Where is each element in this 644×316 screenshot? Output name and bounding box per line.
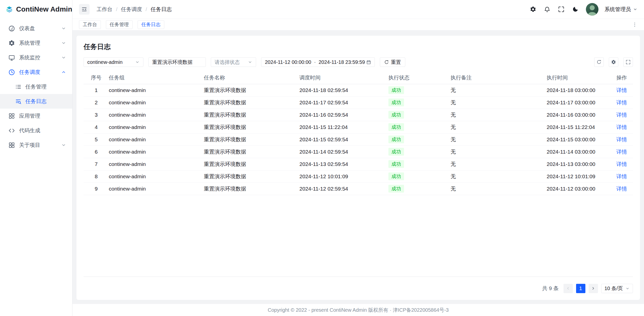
sidebar-item-label: 系统监控 (19, 54, 57, 61)
cell-exec-time: 2024-11-16 03:00:00 (547, 109, 610, 121)
menu-collapse-button[interactable] (79, 4, 90, 15)
sidebar-item-about-project[interactable]: 关于项目 (0, 138, 72, 152)
tab-label: 工作台 (83, 21, 97, 28)
pagination: 共 9 条 1 10 条/页 (76, 277, 640, 300)
cell-index: 6 (84, 146, 109, 158)
page-size-value: 10 条/页 (605, 285, 623, 292)
tab-task-management[interactable]: 任务管理 (106, 20, 133, 29)
table-row: 6 continew-admin 重置演示环境数据 2024-11-14 02:… (84, 146, 633, 158)
tab-label: 任务管理 (110, 21, 129, 28)
cell-schedule-time: 2024-11-18 02:59:54 (299, 84, 388, 96)
avatar[interactable] (586, 3, 598, 16)
pagination-prev-button[interactable] (564, 284, 573, 293)
sidebar-item-app-management[interactable]: 应用管理 (0, 109, 72, 123)
table-refresh-button[interactable] (594, 57, 604, 67)
pagination-page-1[interactable]: 1 (576, 284, 585, 293)
pagination-next-button[interactable] (589, 284, 598, 293)
sidebar-item-code-generation[interactable]: 代码生成 (0, 123, 72, 138)
cell-exec-time: 2024-11-13 03:00:00 (547, 158, 610, 170)
cell-name: 重置演示环境数据 (204, 146, 299, 158)
detail-link[interactable]: 详情 (616, 100, 627, 105)
user-name: 系统管理员 (605, 6, 631, 13)
cell-action: 详情 (610, 133, 633, 146)
sidebar-item-task-schedule[interactable]: 任务调度 (0, 65, 72, 79)
detail-link[interactable]: 详情 (616, 186, 627, 192)
cell-group: continew-admin (109, 133, 204, 146)
table-settings-button[interactable] (609, 57, 618, 67)
cell-remark: 无 (451, 158, 547, 170)
sidebar-item-task-log[interactable]: 任务日志 (0, 94, 72, 109)
app-title: ContiNew Admin (16, 5, 72, 13)
fullscreen-button[interactable] (556, 4, 567, 15)
more-vertical-icon (632, 22, 637, 27)
settings-button[interactable] (528, 4, 539, 15)
table-row: 4 continew-admin 重置演示环境数据 2024-11-15 11:… (84, 121, 633, 133)
status-badge: 成功 (388, 99, 404, 106)
sidebar-item-system-management[interactable]: 系统管理 (0, 36, 72, 50)
detail-link[interactable]: 详情 (616, 149, 627, 155)
chevron-down-icon (135, 60, 140, 64)
task-log-card: 任务日志 continew-admin 请选择状态 2024-11-12 00:… (76, 36, 640, 300)
sidebar-item-task-management[interactable]: 任务管理 (0, 79, 72, 94)
page-title: 任务日志 (76, 36, 640, 51)
sidebar-item-dashboard[interactable]: 仪表盘 (0, 21, 72, 36)
detail-link[interactable]: 详情 (616, 173, 627, 179)
breadcrumb-item-current: 任务日志 (151, 6, 172, 13)
cell-action: 详情 (610, 183, 633, 195)
cell-name: 重置演示环境数据 (204, 96, 299, 109)
theme-toggle-button[interactable] (570, 4, 581, 15)
gear-icon (8, 40, 15, 47)
chevron-down-icon (61, 40, 66, 46)
status-select[interactable]: 请选择状态 (211, 57, 256, 67)
content-area: 任务日志 continew-admin 请选择状态 2024-11-12 00:… (72, 30, 644, 304)
chevron-down-icon (633, 7, 637, 12)
breadcrumb-item[interactable]: 工作台 (97, 6, 112, 13)
task-name-input[interactable] (148, 57, 206, 67)
cell-name: 重置演示环境数据 (204, 84, 299, 96)
tab-more-button[interactable] (632, 22, 637, 27)
col-header-status: 执行状态 (388, 71, 451, 84)
reset-button[interactable]: 重置 (380, 57, 405, 67)
cell-status: 成功 (388, 121, 451, 133)
cell-schedule-time: 2024-11-14 02:59:54 (299, 146, 388, 158)
sidebar-item-label: 关于项目 (19, 142, 57, 149)
sidebar-item-system-monitor[interactable]: 系统监控 (0, 50, 72, 65)
table-row: 8 continew-admin 重置演示环境数据 2024-11-12 10:… (84, 170, 633, 183)
cell-index: 9 (84, 183, 109, 195)
chevron-right-icon (591, 286, 595, 291)
col-header-action: 操作 (610, 71, 633, 84)
task-group-select[interactable]: continew-admin (84, 57, 143, 67)
detail-link[interactable]: 详情 (616, 124, 627, 130)
cell-remark: 无 (451, 109, 547, 121)
notification-button[interactable] (542, 4, 553, 15)
status-badge: 成功 (388, 172, 404, 180)
col-header-schedule-time: 调度时间 (299, 71, 388, 84)
cell-group: continew-admin (109, 96, 204, 109)
date-end-value: 2024-11-18 23:59:59 (318, 59, 365, 65)
detail-link[interactable]: 详情 (616, 161, 627, 167)
detail-link[interactable]: 详情 (616, 137, 627, 142)
table-row: 1 continew-admin 重置演示环境数据 2024-11-18 02:… (84, 84, 633, 96)
sidebar-item-label: 应用管理 (19, 112, 66, 119)
tab-workbench[interactable]: 工作台 (79, 20, 101, 29)
tab-task-log[interactable]: 任务日志 (138, 20, 164, 29)
detail-link[interactable]: 详情 (616, 87, 627, 93)
cell-status: 成功 (388, 183, 451, 195)
sidebar-item-label: 任务日志 (25, 98, 66, 105)
app-logo[interactable]: ContiNew Admin (0, 0, 72, 19)
reset-button-label: 重置 (391, 59, 401, 66)
cell-group: continew-admin (109, 183, 204, 195)
breadcrumb-item[interactable]: 任务调度 (121, 6, 142, 13)
chevron-left-icon (566, 286, 570, 291)
table-fullscreen-button[interactable] (623, 57, 633, 67)
detail-link[interactable]: 详情 (616, 112, 627, 118)
date-range-picker[interactable]: 2024-11-12 00:00:00 - 2024-11-18 23:59:5… (261, 57, 375, 67)
user-menu[interactable]: 系统管理员 (605, 6, 637, 13)
page-size-select[interactable]: 10 条/页 (601, 284, 633, 293)
cell-schedule-time: 2024-11-12 10:01:09 (299, 170, 388, 183)
cell-index: 1 (84, 84, 109, 96)
col-header-index: 序号 (84, 71, 109, 84)
cell-action: 详情 (610, 170, 633, 183)
col-header-remark: 执行备注 (451, 71, 547, 84)
cell-remark: 无 (451, 146, 547, 158)
